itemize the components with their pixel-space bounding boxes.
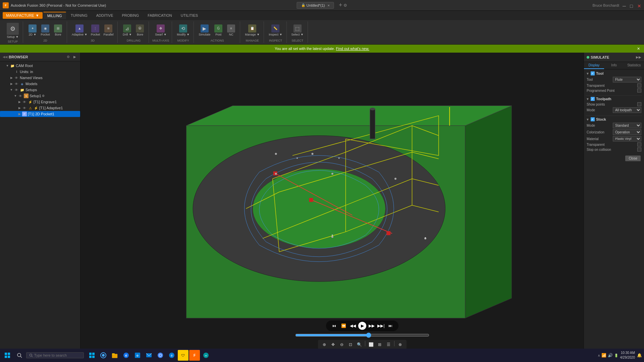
2d-btn1[interactable]: ✦ 2D ▼: [26, 24, 39, 37]
cam-root-toggle[interactable]: ▼: [5, 64, 9, 68]
play-to-end-btn[interactable]: ⏭: [386, 322, 394, 330]
toolpath-section-check[interactable]: ✓: [591, 97, 595, 101]
stock-mode-select[interactable]: Standard: [613, 123, 641, 128]
taskbar-app-arduino[interactable]: ∞: [201, 350, 211, 361]
tray-network-icon[interactable]: 📶: [601, 353, 606, 358]
tool-transparent-checkbox[interactable]: [637, 83, 641, 87]
tree-item-setups[interactable]: ▼ 👁 📁 Setups: [0, 87, 80, 93]
update-link[interactable]: Find out what's new.: [336, 47, 369, 51]
sim-tab-statistics[interactable]: Statistics: [624, 62, 644, 69]
taskbar-app-store[interactable]: ⊕: [132, 350, 143, 361]
orbit-tool-btn[interactable]: ⊕: [321, 341, 328, 348]
taskbar-app-explorer[interactable]: [109, 350, 120, 361]
stock-section-header[interactable]: ▼ ✓ Stock: [586, 117, 642, 121]
adaptive1-toggle[interactable]: ▶: [17, 106, 21, 110]
manage-btn[interactable]: 📋 Manage ▼: [244, 24, 261, 37]
tab-options-btn[interactable]: ⚙: [343, 3, 347, 8]
stock-transparent-checkbox[interactable]: [637, 142, 641, 146]
tray-show-hidden-btn[interactable]: ∧: [598, 354, 600, 357]
tree-item-engrave1[interactable]: ▶ 👁 ⚡ [T1] Engrave1: [0, 99, 80, 105]
play-forward-fast-btn[interactable]: ▶▶: [368, 322, 376, 330]
new-tab-btn[interactable]: +: [339, 2, 342, 9]
tool-section-check[interactable]: ✓: [591, 71, 595, 75]
display-mode-btn[interactable]: ⬜: [367, 341, 375, 348]
zoom-tool-btn[interactable]: ⊖: [338, 341, 345, 348]
tab-utilities[interactable]: UTILITIES: [177, 12, 202, 19]
minimize-btn[interactable]: ─: [623, 3, 627, 7]
close-btn[interactable]: ✕: [637, 3, 641, 7]
stock-collision-checkbox[interactable]: [637, 147, 641, 152]
tree-item-setup1[interactable]: ▼ 👁 S Setup1 ⚙: [0, 93, 80, 99]
tray-volume-icon[interactable]: 🔊: [608, 353, 613, 358]
pan-tool-btn[interactable]: ✥: [329, 341, 337, 348]
pocket1-toggle[interactable]: ▶: [17, 112, 21, 116]
taskbar-app-chrome[interactable]: [155, 350, 166, 361]
system-clock[interactable]: 10:30 AM 4/29/2020: [620, 351, 635, 360]
setup-btn[interactable]: ⚙ Setup ▼: [5, 22, 20, 39]
tool-section-header[interactable]: ▼ ✓ Tool: [586, 71, 642, 75]
2d-btn2[interactable]: ◉ Pocket: [39, 24, 51, 37]
taskbar-app-fusion360[interactable]: F: [189, 350, 200, 361]
taskbar-app-cortana[interactable]: [98, 350, 109, 361]
play-back-btn[interactable]: ◀◀: [349, 322, 357, 330]
notification-btn[interactable]: 🔔: [637, 353, 642, 358]
multiaxis-btn1[interactable]: ✤ Swarf ▼: [154, 24, 168, 37]
taskbar-app-windows[interactable]: [87, 350, 97, 361]
named-views-toggle[interactable]: ▶: [9, 76, 13, 80]
update-close-btn[interactable]: ✕: [637, 47, 640, 51]
drill-btn2[interactable]: ⦿ Bore: [134, 24, 146, 37]
view-settings-btn[interactable]: ☰: [385, 341, 392, 348]
panel-collapse-btn[interactable]: ▶▶: [636, 55, 641, 59]
stock-colorization-select[interactable]: Operation: [613, 129, 641, 135]
tool-tool-select[interactable]: Flute: [613, 77, 641, 82]
tree-item-adaptive1[interactable]: ▶ 👁 ⚠ ⚡ [T1] Adaptive1: [0, 105, 80, 111]
taskbar-app-edge[interactable]: e: [166, 350, 177, 361]
zoom-in-btn[interactable]: 🔍: [356, 341, 363, 348]
tree-item-cam-root[interactable]: ▼ 📁 CAM Root: [0, 63, 80, 69]
setup1-toggle[interactable]: ▼: [13, 94, 17, 98]
inspect-btn[interactable]: 📏 Inspect ▼: [267, 24, 283, 37]
select-btn[interactable]: ⬚ Select ▼: [290, 24, 305, 37]
taskbar-search-bar[interactable]: [26, 352, 84, 358]
setup1-config-icon[interactable]: ⚙: [42, 94, 45, 98]
maximize-btn[interactable]: □: [630, 3, 634, 7]
stock-section-check[interactable]: ✓: [591, 117, 595, 121]
models-toggle[interactable]: ▶: [9, 82, 13, 86]
taskbar-app-browser[interactable]: e: [121, 350, 131, 361]
play-to-end-fast-btn[interactable]: ▶▶|: [377, 322, 385, 330]
modify-btn1[interactable]: ⟲ Modify ▼: [175, 24, 191, 37]
toolpath-showpoints-checkbox[interactable]: [637, 102, 641, 106]
nc-btn[interactable]: ≡ NC: [225, 24, 237, 37]
tree-item-models[interactable]: ▶ 👁 ◈ Models: [0, 81, 80, 87]
toolpath-mode-select[interactable]: All toolpath: [613, 107, 641, 113]
environment-btn[interactable]: ⊗: [396, 341, 404, 348]
stock-material-select[interactable]: Plastic Vinyl: [613, 136, 641, 141]
tab-close-icon[interactable]: ×: [328, 3, 330, 7]
taskbar-app-mail[interactable]: [144, 350, 154, 361]
engrave1-toggle[interactable]: ▶: [17, 100, 21, 104]
grid-btn[interactable]: ⊞: [376, 341, 383, 348]
2d-btn3[interactable]: ⊞ Bore: [52, 24, 64, 37]
tool-programmed-checkbox[interactable]: [637, 88, 641, 93]
toolpath-section-header[interactable]: ▼ ✓ Toolpath: [586, 97, 642, 101]
tab-additive[interactable]: ADDITIVE: [92, 12, 117, 19]
3d-canvas[interactable]: [80, 53, 644, 351]
manufacture-dropdown[interactable]: MANUFACTURE ▼: [3, 12, 43, 19]
3d-btn3[interactable]: ≋ Parallel: [102, 24, 115, 37]
3d-btn1[interactable]: ▲ Adaptive ▼: [70, 24, 89, 37]
browser-expand-btn[interactable]: ▶: [72, 54, 77, 60]
tree-item-units[interactable]: ℹ Units: in: [0, 69, 80, 75]
search-taskbar-btn[interactable]: [14, 350, 25, 361]
play-to-start-btn[interactable]: ⏮: [330, 322, 338, 330]
drill-btn1[interactable]: ⊿ Drill ▼: [121, 24, 133, 37]
tab-turning[interactable]: TURNING: [67, 12, 92, 19]
3d-btn2[interactable]: ⋮ Pocket: [89, 24, 101, 37]
fit-tool-btn[interactable]: ⊡: [347, 341, 354, 348]
browser-settings-btn[interactable]: ⚙: [65, 54, 71, 60]
tab-probing[interactable]: PROBING: [118, 12, 143, 19]
taskbar-app-norton[interactable]: 🛡: [178, 350, 189, 361]
tree-item-pocket1[interactable]: ▶ P [T1] 2D Pocket1: [0, 111, 80, 117]
sim-tab-display[interactable]: Display: [584, 62, 604, 69]
sim-tab-info[interactable]: Info: [604, 62, 624, 69]
tree-item-named-views[interactable]: ▶ 👁 Named Views: [0, 75, 80, 81]
